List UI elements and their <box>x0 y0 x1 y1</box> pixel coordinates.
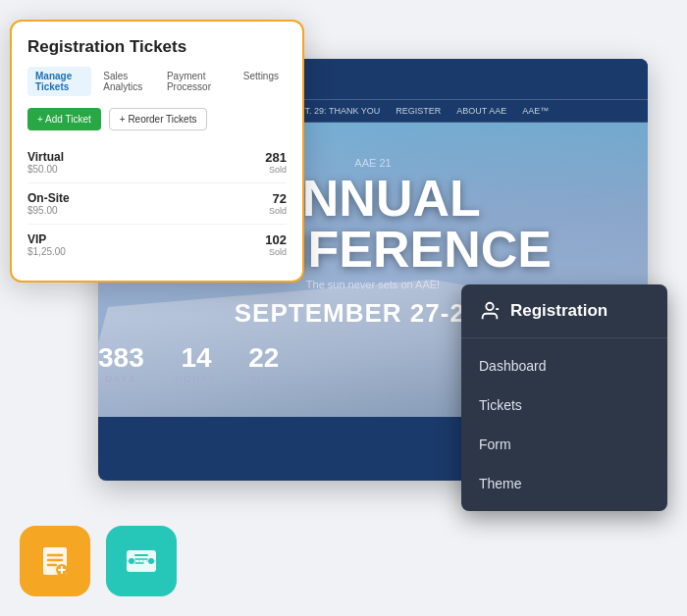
tickets-actions: + Add Ticket + Reorder Tickets <box>27 108 287 130</box>
tickets-card: Registration Tickets Manage Tickets Sale… <box>10 20 304 282</box>
countdown-days: 383 DAYS <box>98 342 144 384</box>
menu-item-theme[interactable]: Theme <box>461 464 667 503</box>
ticket-row-onsite: On-Site $95.00 72 Sold <box>27 183 287 225</box>
menu-item-dashboard[interactable]: Dashboard <box>461 346 667 385</box>
countdown-hours: 14 HOURS <box>176 342 218 384</box>
tab-sales-analytics[interactable]: Sales Analytics <box>95 67 155 96</box>
ticket-count-virtual: 281 <box>265 150 287 165</box>
mins-label: MINS <box>248 374 279 384</box>
nav-about[interactable]: ABOUT AAE <box>456 106 506 116</box>
ticket-row-vip: VIP $1,25.00 102 Sold <box>27 225 287 265</box>
registration-menu-items: Dashboard Tickets Form Theme <box>461 338 667 511</box>
ticket-price-virtual: $50.00 <box>27 164 64 175</box>
ticket-icon-badge[interactable] <box>106 526 177 596</box>
tickets-card-title: Registration Tickets <box>27 37 287 57</box>
svg-point-0 <box>486 303 493 310</box>
notebook-icon <box>36 542 74 580</box>
ticket-sold-onsite: Sold <box>269 206 287 216</box>
ticket-sold-vip: Sold <box>265 247 287 257</box>
tab-settings[interactable]: Settings <box>236 67 287 96</box>
ticket-price-vip: $1,25.00 <box>27 246 66 257</box>
nav-register[interactable]: REGISTER <box>396 106 441 116</box>
countdown-mins: 22 MINS <box>248 342 279 384</box>
registration-icon <box>479 300 501 322</box>
add-ticket-button[interactable]: + Add Ticket <box>27 108 101 130</box>
ticket-row-virtual: Virtual $50.00 281 Sold <box>27 142 287 183</box>
days-label: DAYS <box>98 374 144 384</box>
days-number: 383 <box>98 342 144 374</box>
hours-label: HOURS <box>176 374 218 384</box>
ticket-name-onsite: On-Site <box>27 191 70 205</box>
nav-aae[interactable]: AAE™ <box>522 106 549 116</box>
hours-number: 14 <box>176 342 218 374</box>
bottom-icons <box>20 526 177 596</box>
tab-manage-tickets[interactable]: Manage Tickets <box>27 67 91 96</box>
registration-menu: Registration Dashboard Tickets Form Them… <box>461 284 667 511</box>
menu-item-tickets[interactable]: Tickets <box>461 385 667 425</box>
tickets-tabs: Manage Tickets Sales Analytics Payment P… <box>27 67 287 96</box>
registration-title: Registration <box>510 301 608 321</box>
ticket-sold-virtual: Sold <box>265 165 287 175</box>
mins-number: 22 <box>248 342 279 374</box>
notebook-icon-badge[interactable] <box>20 526 90 596</box>
ticket-name-virtual: Virtual <box>27 150 64 164</box>
menu-item-form[interactable]: Form <box>461 425 667 464</box>
ticket-count-onsite: 72 <box>269 191 287 206</box>
ticket-icon <box>121 540 162 582</box>
ticket-count-vip: 102 <box>265 232 287 247</box>
tab-payment-processor[interactable]: Payment Processor <box>159 67 232 96</box>
registration-header: Registration <box>461 284 667 338</box>
reorder-tickets-button[interactable]: + Reorder Tickets <box>109 108 208 130</box>
ticket-price-onsite: $95.00 <box>27 205 70 216</box>
ticket-name-vip: VIP <box>27 232 66 246</box>
